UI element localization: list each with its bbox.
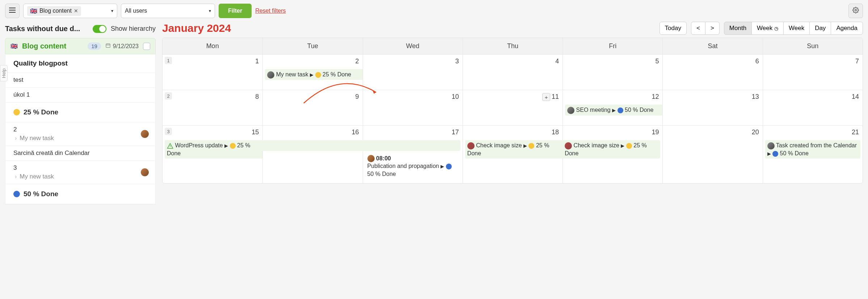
play-icon: ▶: [767, 151, 771, 156]
status-dot-icon: [772, 151, 778, 157]
help-tab[interactable]: Help: [0, 65, 8, 81]
menu-button[interactable]: [5, 4, 20, 18]
list-item[interactable]: 2 ›My new task: [5, 122, 155, 146]
date-number: 21: [852, 129, 859, 136]
avatar: [141, 130, 149, 138]
svg-point-0: [855, 9, 857, 11]
calendar-event[interactable]: 08:00 Publication and propagation ▶ 50 %…: [365, 153, 460, 180]
calendar-icon: [105, 43, 111, 50]
week-number-badge: 1: [165, 57, 172, 64]
calendar-cell[interactable]: 2 My new task ▶ 25 % Done: [262, 54, 362, 90]
view-week-clock[interactable]: Week ◷: [751, 22, 784, 35]
calendar-cell[interactable]: 3 15 WordPress update ▶ 25 % Done: [163, 125, 262, 183]
project-card[interactable]: 🇬🇧 Blog content 19 9/12/2023: [5, 38, 156, 54]
avatar: [267, 71, 274, 79]
avatar: [141, 168, 149, 176]
status-dot-icon: [13, 191, 20, 197]
date-number: 16: [352, 129, 359, 136]
date-number: 20: [752, 129, 759, 136]
list-item[interactable]: úkol 1: [5, 88, 155, 102]
date-number: 10: [452, 93, 459, 101]
view-agenda[interactable]: Agenda: [831, 22, 863, 35]
calendar-cell[interactable]: 6: [662, 54, 762, 90]
list-subitem[interactable]: ›My new task: [15, 135, 54, 142]
dow-fri: Fri: [562, 38, 662, 54]
show-hierarchy-toggle[interactable]: [93, 25, 106, 33]
calendar-event-cont[interactable]: [262, 140, 363, 151]
date-number: 14: [852, 93, 859, 101]
chip-remove-icon[interactable]: ✕: [74, 8, 78, 14]
project-select[interactable]: 🇬🇧 Blog content ✕ ▾: [23, 4, 117, 18]
calendar-cell[interactable]: 20: [662, 125, 762, 183]
list-item[interactable]: test: [5, 73, 155, 88]
dow-thu: Thu: [463, 38, 562, 54]
show-hierarchy-label: Show hierarchy: [111, 25, 156, 33]
calendar-cell[interactable]: 10: [363, 90, 463, 125]
play-icon: ▶: [523, 143, 527, 148]
calendar-cell[interactable]: 14: [763, 90, 863, 125]
date-number: 9: [355, 93, 359, 101]
today-button[interactable]: Today: [660, 22, 687, 35]
calendar-cell[interactable]: 1 1: [163, 54, 262, 90]
date-number: 8: [255, 93, 259, 101]
add-event-button[interactable]: +: [542, 93, 550, 101]
calendar-event[interactable]: My new task ▶ 25 % Done: [265, 69, 363, 80]
calendar-event[interactable]: WordPress update ▶ 25 % Done: [165, 140, 263, 159]
avatar: [567, 107, 574, 114]
project-chip-label: Blog content: [39, 8, 72, 14]
date-number: 3: [455, 58, 459, 65]
calendar-cell[interactable]: 19 Check image size ▶ 25 % Done: [562, 125, 662, 183]
next-button[interactable]: >: [705, 22, 720, 35]
status-group-25[interactable]: 25 % Done: [5, 102, 155, 122]
view-day[interactable]: Day: [809, 22, 831, 35]
user-select[interactable]: All users ▾: [121, 4, 215, 18]
prev-button[interactable]: <: [691, 22, 705, 35]
list-item[interactable]: Sarcină creată din Calendar: [5, 146, 155, 161]
list-subitem[interactable]: ›My new task: [15, 173, 54, 180]
calendar-cell[interactable]: 2 8: [163, 90, 262, 125]
calendar-cell[interactable]: 7: [763, 54, 863, 90]
calendar-event[interactable]: Check image size ▶ 25 % Done: [465, 140, 563, 159]
status-group-50[interactable]: 50 % Done: [5, 184, 155, 204]
event-time: 08:00: [376, 155, 391, 161]
status-dot-icon: [446, 164, 452, 169]
reset-filters-link[interactable]: Reset filters: [255, 8, 286, 14]
calendar-event[interactable]: Task created from the Calendar ▶ 50 % Do…: [765, 140, 860, 159]
calendar-event-cont[interactable]: [363, 140, 460, 151]
status-dot-icon: [618, 108, 623, 113]
date-number: 1: [255, 58, 259, 65]
calendar-cell[interactable]: 4: [463, 54, 562, 90]
calendar-cell[interactable]: 5: [562, 54, 662, 90]
calendar-cell[interactable]: 3: [363, 54, 463, 90]
chevron-right-icon: ›: [15, 173, 17, 180]
filter-button[interactable]: Filter: [219, 4, 252, 18]
calendar-cell[interactable]: 17 08:00 Publication and propagation ▶ 5…: [363, 125, 463, 183]
list-item[interactable]: 3 ›My new task: [5, 161, 155, 184]
flag-icon: 🇬🇧: [10, 43, 18, 50]
view-month[interactable]: Month: [724, 22, 752, 35]
calendar-cell[interactable]: + 11: [463, 90, 562, 125]
view-week[interactable]: Week: [783, 22, 810, 35]
week-number-badge: 3: [165, 128, 172, 135]
task-list: Quality blogpost test úkol 1 25 % Done 2…: [5, 54, 156, 205]
date-number: 12: [652, 93, 659, 101]
calendar-cell[interactable]: 13: [662, 90, 762, 125]
calendar-event[interactable]: Check image size ▶ 25 % Done: [562, 140, 660, 159]
list-heading[interactable]: Quality blogpost: [5, 54, 155, 73]
dow-mon: Mon: [163, 38, 262, 54]
dow-sat: Sat: [662, 38, 762, 54]
settings-button[interactable]: [848, 4, 863, 18]
calendar-event[interactable]: SEO meeting ▶ 50 % Done: [565, 105, 663, 115]
calendar-cell[interactable]: 18 Check image size ▶ 25 % Done: [463, 125, 562, 183]
topbar: 🇬🇧 Blog content ✕ ▾ All users ▾ Filter R…: [0, 0, 868, 22]
calendar-cell[interactable]: 9: [262, 90, 362, 125]
date-number: 18: [552, 129, 559, 136]
calendar-cell[interactable]: 16: [262, 125, 362, 183]
avatar: [565, 142, 572, 150]
calendar-cell[interactable]: 21 Task created from the Calendar ▶ 50 %…: [763, 125, 863, 183]
project-checkbox[interactable]: [143, 43, 150, 50]
calendar-cell[interactable]: 12 SEO meeting ▶ 50 % Done: [562, 90, 662, 125]
sidebar-title: Tasks without due d...: [5, 25, 88, 33]
status-dot-icon: [230, 143, 236, 149]
nav-buttons: < >: [691, 22, 720, 35]
